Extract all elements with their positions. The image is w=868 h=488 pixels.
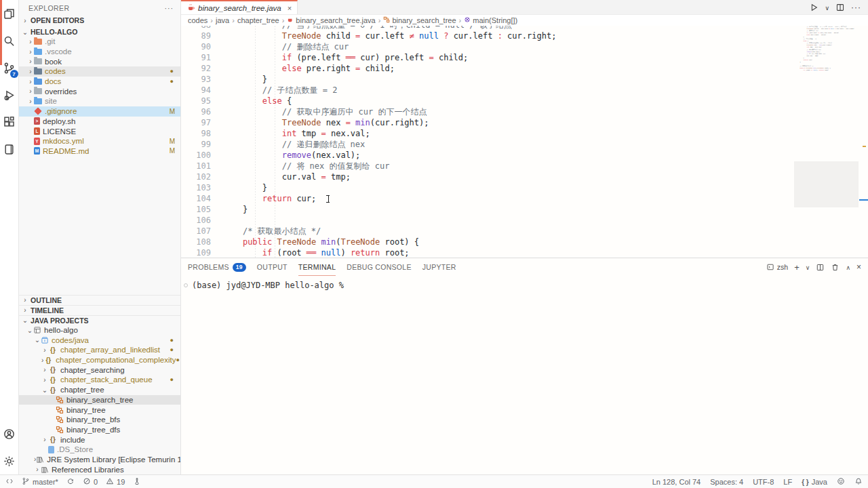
close-icon[interactable]: × [856,262,861,272]
breadcrumb-item-java[interactable]: java [216,16,229,24]
activity-files-icon[interactable] [0,0,19,27]
code-line-101[interactable]: 101 // 将 nex 的值复制给 cur [181,161,868,171]
minimap[interactable]: // 当子结点数量 = 0 / 1 时，child = null / 该子结点 … [794,26,859,258]
activity-run-debug-icon[interactable] [0,81,19,108]
open-editors-section[interactable]: › OPEN EDITORS [19,16,180,25]
project-row--ds-store[interactable]: .DS_Store [19,445,180,455]
split-panel-icon[interactable] [816,263,825,272]
code-line-95[interactable]: 95 else { [181,96,868,106]
status-error-icon[interactable]: 0 [83,477,98,487]
status-beaker-icon[interactable] [133,477,141,487]
panel-tab-output[interactable]: OUTPUT [257,258,288,276]
file-row--gitignore[interactable]: .gitignoreM [19,106,180,117]
status-warning-icon[interactable]: 19 [106,477,125,487]
file-row-license[interactable]: LLICENSE [19,126,180,136]
file-row-deploy-sh[interactable]: >deploy.sh [19,117,180,127]
code-line-102[interactable]: 102 cur.val = tmp; [181,171,868,182]
status-utf-8[interactable]: UTF-8 [753,478,774,486]
activity-notebook-icon[interactable] [0,136,19,163]
status-java[interactable]: { }Java [802,478,827,486]
status-feedback-icon[interactable] [837,477,845,487]
project-row-include[interactable]: ›{}include [19,434,180,445]
project-row-binary-search-tree[interactable]: binary_search_tree [19,395,180,405]
activity-account-icon[interactable] [0,420,19,447]
status-remote-icon[interactable] [5,477,14,487]
breadcrumb-item-codes[interactable]: codes [188,16,208,24]
file-row-readme-md[interactable]: MREADME.mdM [19,146,180,157]
project-row-codes-java[interactable]: ⌄codes/java● [19,335,180,345]
close-icon[interactable]: × [288,4,292,12]
project-row-chapter-searching[interactable]: ›{}chapter_searching [19,365,180,375]
status-lf[interactable]: LF [783,478,792,486]
code-line-103[interactable]: 103 } [181,182,868,193]
status-branch-icon[interactable]: master* [22,477,58,487]
breadcrumb-item-chapter-tree[interactable]: chapter_tree [237,16,279,24]
code-line-93[interactable]: 93 } [181,74,868,85]
file-row-codes[interactable]: ›codes● [19,66,180,77]
file-row-docs[interactable]: ›docs● [19,77,180,87]
tab-binary-search-tree[interactable]: binary_search_tree.java × [181,0,298,14]
java-projects-section[interactable]: ⌄ JAVA PROJECTS [19,315,180,325]
breadcrumb-item-main-string-[interactable]: main(String[]) [464,16,517,24]
code-line-104[interactable]: 104 return cur; [181,193,868,204]
chevron-down-icon[interactable]: ∨ [806,263,810,271]
project-row-chapter-computational-complexity[interactable]: ›{}chapter_computational_complexity● [19,355,180,365]
activity-settings-gear-icon[interactable] [0,447,19,474]
code-line-92[interactable]: 92 else pre.right = child; [181,63,868,74]
panel-tab-problems[interactable]: PROBLEMS19 [188,258,246,276]
split-editor-icon[interactable] [835,3,845,12]
code-line-94[interactable]: 94 // 子结点数量 = 2 [181,85,868,96]
status-sync-icon[interactable] [66,477,75,487]
more-icon[interactable]: ··· [851,3,861,12]
code-line-106[interactable]: 106 [181,215,868,226]
code-line-91[interactable]: 91 if (pre.left ══ cur) pre.left = child… [181,52,868,63]
breadcrumb-item-binary-search-tree-java[interactable]: binary_search_tree.java [287,16,375,24]
project-root-section[interactable]: ⌄ HELLO-ALGO [19,27,180,37]
code-area[interactable]: 88 // 当子结点数量 = 0 / 1 时，child = null / 该子… [181,26,868,258]
file-row-book[interactable]: ›book [19,56,180,66]
outline-section[interactable]: › OUTLINE [19,295,180,305]
panel-tab-terminal[interactable]: TERMINAL [298,258,336,276]
code-line-96[interactable]: 96 // 获取中序遍历中 cur 的下一个结点 [181,106,868,117]
status-ln-128-col-74[interactable]: Ln 128, Col 74 [652,478,701,486]
code-line-109[interactable]: if (root ══ null) return root; [794,69,859,71]
project-row-binary-tree-dfs[interactable]: binary_tree_dfs [19,425,180,435]
project-row-chapter-tree[interactable]: ⌄{}chapter_tree [19,385,180,395]
code-line-88[interactable]: 88 // 当子结点数量 = 0 / 1 时，child = null / 该子… [181,26,868,30]
file-row--git[interactable]: ›.git [19,37,180,47]
activity-extensions-icon[interactable] [0,108,19,136]
panel-tab-jupyter[interactable]: JUPYTER [422,258,456,276]
plus-icon[interactable]: + [794,262,800,272]
file-row-site[interactable]: ›site [19,96,180,106]
run-icon[interactable] [809,3,818,12]
code-line-100[interactable]: 100 remove(nex.val); [181,150,868,161]
trash-icon[interactable] [831,263,840,272]
project-row-chapter-array-and-linkedlist[interactable]: ›{}chapter_array_and_linkedlist● [19,345,180,355]
code-line-107[interactable]: 107 /* 获取最小结点 */ [181,226,868,237]
project-row-binary-tree[interactable]: binary_tree [19,405,180,415]
project-row-jre-system-library-eclipse-temurin-17-17-[interactable]: ›JRE System Library [Eclipse Temurin 17 … [19,455,180,465]
code-line-105[interactable]: 105 } [181,204,868,215]
code-line-89[interactable]: 89 TreeNode child = cur.left ≠ null ? cu… [181,30,868,41]
code-line-109[interactable]: 109 if (root ══ null) return root; [181,247,868,258]
timeline-section[interactable]: › TIMELINE [19,305,180,315]
code-line-97[interactable]: 97 TreeNode nex = min(cur.right); [181,117,868,128]
terminal[interactable]: (base) jyd@JYD-MBP hello-algo % [181,276,868,474]
file-row-mkdocs-yml[interactable]: Ymkdocs.ymlM [19,136,180,146]
minimap-slider[interactable] [794,161,859,207]
project-row-binary-tree-bfs[interactable]: binary_tree_bfs [19,415,180,425]
panel-tab-debug-console[interactable]: DEBUG CONSOLE [347,258,412,276]
chevron-up-icon[interactable]: ∧ [846,263,850,271]
editor-body[interactable]: 88 // 当子结点数量 = 0 / 1 时，child = null / 该子… [181,26,868,258]
code-line-98[interactable]: 98 int tmp = nex.val; [181,128,868,139]
project-row-chapter-stack-and-queue[interactable]: ›{}chapter_stack_and_queue● [19,375,180,385]
file-row--vscode[interactable]: ›.vscode [19,47,180,57]
activity-source-control-icon[interactable]: 7 [0,54,19,81]
code-line-90[interactable]: 90 // 删除结点 cur [181,41,868,52]
breadcrumb-item-binary-search-tree[interactable]: binary_search_tree [383,16,456,24]
code-line-108[interactable]: 108 public TreeNode min(TreeNode root) { [181,237,868,247]
project-row-referenced-libraries[interactable]: ›Referenced Libraries [19,464,180,474]
file-row-overrides[interactable]: ›overrides [19,86,180,96]
activity-search-icon[interactable] [0,27,19,54]
code-line-99[interactable]: 99 // 递归删除结点 nex [181,139,868,150]
